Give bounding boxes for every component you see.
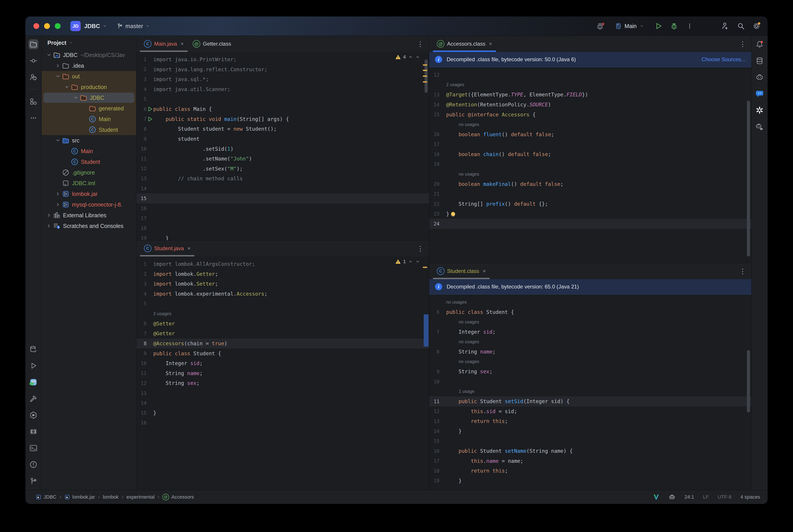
code-line[interactable]: 4import java.util.Scanner; [136, 84, 429, 94]
chevron-down-icon[interactable] [63, 84, 71, 90]
chevron-down-icon[interactable] [45, 52, 53, 58]
code-line[interactable]: 8 String name; [429, 347, 751, 357]
code-line[interactable]: 20 boolean makeFinal() default false; [429, 179, 751, 189]
tree-item--idea[interactable]: .idea [42, 60, 136, 71]
code-line[interactable]: 5 [136, 299, 429, 309]
commit-tool-icon[interactable] [29, 56, 38, 66]
chevron-down-icon[interactable] [72, 95, 79, 101]
gopher-plugin-tool-icon[interactable] [29, 377, 38, 387]
tree-item-lombok-jar[interactable]: lombok.jar [42, 189, 136, 199]
problems-tool-icon[interactable] [29, 460, 38, 470]
breadcrumb-item-accessors[interactable]: @Accessors [162, 494, 194, 500]
minimize-window-button[interactable] [44, 23, 50, 29]
chat-tool-icon[interactable] [755, 89, 764, 99]
chevron-down-icon[interactable] [54, 137, 62, 144]
choose-sources-link[interactable]: Choose Sources... [702, 56, 745, 62]
code-line[interactable]: 11 .setName("John") [136, 154, 429, 164]
code-editor-student-class[interactable]: no usages6public class Student {no usage… [429, 294, 751, 490]
terminal-tool-icon[interactable] [29, 443, 38, 453]
code-line[interactable]: 19 [429, 159, 751, 169]
tree-item-scratches-and-consoles[interactable]: Scratches and Consoles [42, 221, 136, 231]
tree-item-student[interactable]: CStudent [42, 125, 136, 135]
code-line[interactable]: 19 } [429, 476, 751, 486]
close-window-button[interactable] [33, 23, 39, 29]
editor-options-icon[interactable]: ⋮ [417, 36, 429, 52]
chevron-down-icon[interactable] [69, 40, 74, 45]
code-line[interactable]: 10 [429, 377, 751, 387]
code-line[interactable]: 1import lombok.AllArgsConstructor; [136, 259, 429, 269]
close-icon[interactable]: × [483, 268, 486, 274]
code-line[interactable]: 18 [136, 223, 429, 233]
code-line[interactable]: 1import java.io.PrintWriter; [136, 55, 429, 64]
project-tool-icon[interactable] [29, 39, 38, 49]
code-line[interactable]: 9 student [136, 134, 429, 144]
editor-options-icon[interactable]: ⋮ [739, 263, 751, 279]
code-editor-accessors-class[interactable]: 122 usages13@Target({ElementType.TYPE, E… [429, 67, 751, 263]
code-line[interactable]: 10 Integer sid; [136, 358, 429, 368]
tab-main-java[interactable]: C Main.java × [140, 36, 188, 52]
editor-options-icon[interactable]: ⋮ [739, 36, 751, 52]
chevron-right-icon[interactable] [54, 191, 62, 197]
code-line[interactable]: 24 [429, 219, 751, 229]
code-line[interactable]: 13@Target({ElementType.TYPE, ElementType… [429, 90, 751, 100]
tree-item--gitignore[interactable]: .gitignore [42, 167, 136, 178]
code-line[interactable]: 15} [136, 408, 429, 418]
close-icon[interactable]: × [187, 245, 190, 251]
search-everywhere-button[interactable] [736, 22, 745, 31]
code-line[interactable]: 18 return this; [429, 466, 751, 476]
ai-robot-icon[interactable] [668, 494, 676, 500]
code-line[interactable]: 7@Getter [136, 328, 429, 339]
notifications-icon[interactable] [755, 39, 764, 49]
more-tools-icon[interactable] [29, 113, 38, 123]
code-line[interactable]: 17 this.name = name; [429, 456, 751, 466]
code-line[interactable]: 7 public static void main(String[] args)… [136, 114, 429, 124]
code-editor-main-java[interactable]: 4 1import java.io.PrintWriter;2import ja… [136, 52, 429, 240]
tree-item-main[interactable]: CMain [42, 114, 136, 125]
ai-assistant-tool-icon[interactable] [755, 72, 764, 82]
run-gutter-icon[interactable] [147, 106, 153, 112]
code-line[interactable]: 15 [429, 436, 751, 446]
code-editor-student-java[interactable]: 1 1import lombok.AllArgsConstructor;2imp… [136, 256, 429, 490]
code-line[interactable]: 12 [429, 70, 751, 80]
code-line[interactable]: 16 [136, 418, 429, 428]
pull-requests-tool-icon[interactable]: ? [29, 72, 38, 82]
zoom-window-button[interactable] [55, 23, 60, 29]
code-line[interactable]: 2import java.lang.reflect.Constructor; [136, 64, 429, 75]
run-configuration-selector[interactable]: Main [615, 22, 644, 30]
code-line[interactable]: 22 String[] prefix() default {}; [429, 199, 751, 209]
ide-plugin-logo-icon[interactable] [653, 494, 660, 500]
code-line[interactable]: 8@Accessors(chain = true) [136, 339, 429, 348]
code-line[interactable]: 15public @interface Accessors { [429, 110, 751, 119]
code-line[interactable]: 6public class Main { [136, 104, 429, 114]
code-line[interactable]: 6@Setter [136, 319, 429, 329]
run-tool-icon[interactable] [29, 361, 38, 370]
tree-item-main[interactable]: CMain [42, 146, 136, 156]
code-line[interactable]: 9 String sex; [429, 367, 751, 377]
tree-item-jdbc[interactable]: JDBC [42, 92, 136, 103]
indent-setting[interactable]: 4 spaces [740, 494, 760, 500]
breadcrumb-item-lombok[interactable]: lombok [103, 494, 119, 500]
database-changes-tool-icon[interactable] [29, 344, 38, 354]
git-tool-icon[interactable] [29, 476, 38, 486]
project-selector[interactable]: JDBC [84, 23, 108, 30]
code-line[interactable]: 21 [429, 189, 751, 199]
code-line[interactable]: 10 .setSid(1) [136, 144, 429, 154]
code-line[interactable]: 14 [136, 184, 429, 194]
code-line[interactable]: 5 [136, 94, 429, 104]
code-line[interactable]: 14 } [429, 426, 751, 436]
breadcrumb-item-experimental[interactable]: experimental [127, 494, 154, 500]
code-line[interactable]: 13 return this; [429, 416, 751, 426]
code-line[interactable]: 23} [429, 209, 751, 219]
scrollbar[interactable] [747, 350, 750, 413]
breadcrumb-item-lombok-jar[interactable]: lombok.jar [64, 494, 95, 500]
structure-tool-icon[interactable] [29, 97, 38, 107]
code-line[interactable]: 11 String name; [136, 368, 429, 378]
code-line[interactable]: 17 [429, 139, 751, 149]
code-line[interactable]: 12 String sex; [136, 378, 429, 388]
code-line[interactable]: 6public class Student { [429, 307, 751, 317]
tab-getter-class[interactable]: @ Getter.class [188, 36, 236, 52]
tree-item-src[interactable]: src [42, 135, 136, 146]
code-line[interactable]: 16 public Student setName(String name) { [429, 446, 751, 456]
code-line[interactable]: 13 [136, 388, 429, 398]
code-line[interactable]: 3import lombok.Setter; [136, 279, 429, 289]
